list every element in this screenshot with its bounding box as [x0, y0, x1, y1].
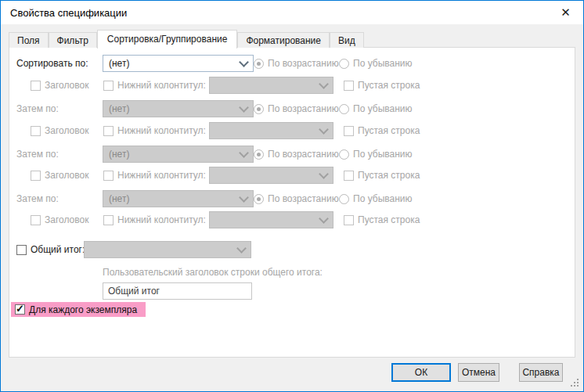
- checkbox-icon: [103, 215, 114, 225]
- blank-line-checkbox: Пустая строка: [344, 80, 420, 91]
- blank-line-label: Пустая строка: [358, 214, 420, 225]
- combobox-value: (нет): [109, 103, 129, 114]
- blank-line-label: Пустая строка: [358, 170, 420, 181]
- ascending-label: По возрастанию: [268, 149, 339, 160]
- help-button[interactable]: Справка: [519, 363, 563, 382]
- sort-group-3-main-row: Затем по: (нет) По возрастанию По убыван…: [9, 146, 575, 163]
- header-checkbox: Заголовок: [31, 80, 88, 91]
- descending-label: По убыванию: [353, 149, 413, 160]
- header-label: Заголовок: [45, 170, 88, 181]
- footer-checkbox: Нижний колонтитул:: [103, 80, 206, 91]
- footer-label: Нижний колонтитул:: [117, 170, 206, 181]
- sort-by-label: Сортировать по:: [16, 58, 88, 69]
- schedule-properties-dialog: Свойства спецификации ✕ Поля Фильтр Сорт…: [0, 0, 584, 392]
- chevron-down-icon: [239, 148, 249, 158]
- sort-group-4-sub-row: Заголовок Нижний колонтитул: Пустая стро…: [9, 211, 575, 228]
- then-by-combobox: (нет): [103, 100, 254, 117]
- ascending-label: По возрастанию: [268, 193, 339, 204]
- custom-grand-total-title-label: Пользовательский заголовок строки общего…: [103, 267, 323, 278]
- header-label: Заголовок: [45, 125, 88, 136]
- descending-label: По убыванию: [353, 58, 413, 69]
- checkbox-icon: [31, 171, 41, 181]
- custom-grand-total-title-input[interactable]: [103, 282, 252, 300]
- tab-appearance[interactable]: Вид: [330, 32, 364, 48]
- radio-icon: [339, 149, 349, 160]
- chevron-down-icon: [236, 243, 247, 254]
- tab-label: Форматирование: [246, 35, 321, 46]
- close-icon: ✕: [561, 5, 571, 20]
- ascending-radio: По возрастанию: [254, 193, 339, 204]
- per-instance-label: Для каждого экземпляра: [29, 304, 137, 315]
- checkbox-icon: [344, 215, 354, 225]
- resize-grip-icon[interactable]: [571, 379, 580, 388]
- then-by-label: Затем по:: [16, 103, 59, 114]
- grand-total-label: Общий итог:: [31, 244, 85, 255]
- tab-fields[interactable]: Поля: [9, 32, 49, 48]
- sort-group-2-sub-row: Заголовок Нижний колонтитул: Пустая стро…: [9, 122, 575, 139]
- chevron-down-icon: [319, 169, 329, 179]
- then-by-label: Затем по:: [16, 149, 59, 160]
- descending-radio: По убыванию: [339, 103, 413, 114]
- sorting-grouping-panel: Сортировать по: (нет) По возрастанию По …: [9, 47, 575, 358]
- footer-checkbox: Нижний колонтитул:: [103, 170, 206, 181]
- header-label: Заголовок: [45, 214, 88, 225]
- ascending-radio: По возрастанию: [254, 103, 339, 114]
- close-button[interactable]: ✕: [548, 1, 583, 24]
- checkbox-icon: [344, 171, 354, 181]
- then-by-label: Затем по:: [16, 193, 59, 204]
- checkbox-icon: [31, 81, 41, 91]
- footer-label: Нижний колонтитул:: [117, 125, 206, 136]
- header-label: Заголовок: [45, 80, 88, 91]
- checkbox-icon: [344, 81, 354, 91]
- checkbox-icon: [31, 126, 41, 136]
- chevron-down-icon: [319, 79, 329, 89]
- blank-line-checkbox: Пустая строка: [344, 170, 420, 181]
- grand-total-checkbox[interactable]: Общий итог:: [16, 244, 85, 255]
- tab-label: Поля: [17, 35, 40, 46]
- sort-by-combobox[interactable]: (нет): [103, 55, 254, 72]
- per-instance-row[interactable]: Для каждого экземпляра: [11, 302, 146, 317]
- descending-label: По убыванию: [353, 103, 413, 114]
- radio-icon: [339, 104, 349, 114]
- title-bar: Свойства спецификации ✕: [1, 1, 583, 24]
- checkbox-icon: [31, 215, 41, 225]
- combobox-value: (нет): [109, 149, 129, 160]
- radio-icon: [339, 59, 349, 69]
- combobox-value: (нет): [109, 58, 129, 69]
- footer-combobox: [209, 211, 333, 228]
- grand-total-row: Общий итог:: [9, 241, 575, 258]
- footer-label: Нижний колонтитул:: [117, 214, 206, 225]
- chevron-down-icon: [239, 102, 249, 113]
- tab-formatting[interactable]: Форматирование: [237, 32, 330, 48]
- radio-icon: [254, 194, 264, 204]
- header-checkbox: Заголовок: [31, 214, 88, 225]
- ascending-radio: По возрастанию: [254, 58, 339, 69]
- descending-label: По убыванию: [353, 193, 413, 204]
- blank-line-checkbox: Пустая строка: [344, 125, 420, 136]
- header-checkbox: Заголовок: [31, 125, 88, 136]
- tab-sorting-grouping[interactable]: Сортировка/Группирование: [97, 30, 238, 49]
- sort-group-4-main-row: Затем по: (нет) По возрастанию По убыван…: [9, 190, 575, 207]
- ok-button[interactable]: ОК: [391, 363, 451, 382]
- ascending-radio: По возрастанию: [254, 149, 339, 160]
- tab-filter[interactable]: Фильтр: [49, 32, 97, 48]
- window-title: Свойства спецификации: [1, 7, 127, 19]
- then-by-combobox: (нет): [103, 146, 254, 163]
- radio-icon: [254, 104, 264, 114]
- blank-line-label: Пустая строка: [358, 125, 420, 136]
- cancel-button[interactable]: Отмена: [458, 363, 499, 382]
- footer-label: Нижний колонтитул:: [117, 80, 206, 91]
- blank-line-label: Пустая строка: [358, 80, 420, 91]
- footer-checkbox: Нижний колонтитул:: [103, 125, 206, 136]
- blank-line-checkbox: Пустая строка: [344, 214, 420, 225]
- checked-checkbox-icon: [15, 304, 25, 315]
- chevron-down-icon: [319, 214, 329, 224]
- combobox-value: (нет): [109, 193, 129, 204]
- chevron-down-icon: [239, 57, 249, 67]
- footer-combobox: [209, 77, 333, 94]
- descending-radio: По убыванию: [339, 193, 413, 204]
- grand-total-combobox: [84, 241, 251, 258]
- radio-icon: [254, 59, 264, 69]
- sort-group-1-sub-row: Заголовок Нижний колонтитул: Пустая стро…: [9, 77, 575, 94]
- checkbox-icon: [344, 126, 354, 136]
